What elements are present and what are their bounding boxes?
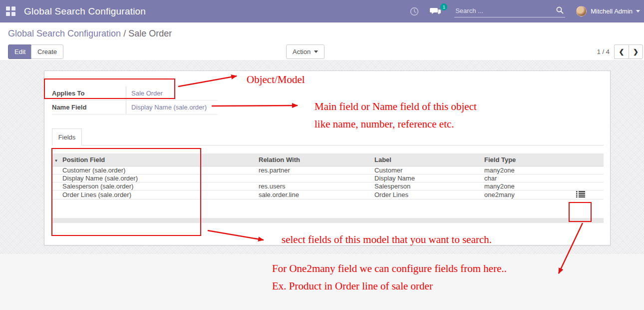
cell-field-type: many2one <box>482 182 572 190</box>
apps-square <box>6 12 10 16</box>
annotation-one2many-line1: For One2many field we can configure fiel… <box>272 262 507 275</box>
cell-position-field: Customer (sale.order) <box>60 166 257 174</box>
row-handle-cell <box>52 174 60 182</box>
row-handle-cell <box>52 190 60 199</box>
row-handle-cell <box>52 182 60 190</box>
row-handle-cell <box>52 166 60 174</box>
messages-icon[interactable]: 1 <box>429 6 441 16</box>
user-menu[interactable]: Mitchell Admin <box>591 8 633 15</box>
annotation-name-field-line2: like name, number, reference etc. <box>315 118 454 130</box>
cell-relation-with: sale.order.line <box>257 190 372 199</box>
column-header-field-type[interactable]: Field Type <box>482 154 572 166</box>
applies-to-label: Applies To <box>52 86 126 100</box>
breadcrumb-separator: / <box>121 28 128 38</box>
cell-label: Display Name <box>372 174 482 182</box>
activity-clock-icon[interactable] <box>409 6 419 16</box>
navbar-right: 1 Mitchell Admin <box>409 0 644 22</box>
app-title[interactable]: Global Search Configuration <box>24 0 146 22</box>
annotation-name-field-line1: Main field or Name field of this object <box>315 100 477 113</box>
cell-actions <box>572 174 604 182</box>
cell-field-type: char <box>482 174 572 182</box>
user-avatar[interactable] <box>576 6 587 16</box>
column-header-position-field[interactable]: Position Field <box>60 154 257 166</box>
pager-previous-button[interactable]: ❮ <box>614 44 629 59</box>
notebook-divider <box>52 145 604 146</box>
form-sheet: Applies To Sale Order Name Field Display… <box>44 70 611 246</box>
name-field-label: Name Field <box>52 100 126 114</box>
column-header-actions <box>572 154 604 166</box>
apps-square <box>6 6 10 10</box>
table-header-row: ▼ Position Field Relation With Label Fie… <box>52 154 604 166</box>
annotation-select-fields: select fields of this model that you wan… <box>282 234 492 246</box>
pager-value: 1 / 4 <box>597 48 610 56</box>
column-header-label[interactable]: Label <box>372 154 482 166</box>
applies-to-value[interactable]: Sale Order <box>126 90 163 97</box>
cell-field-type: one2many <box>482 190 572 199</box>
pager: 1 / 4 ❮ ❯ <box>597 44 643 59</box>
table-row[interactable]: Order Lines (sale.order) sale.order.line… <box>52 190 604 199</box>
cell-actions <box>572 182 604 190</box>
column-header-relation-with[interactable]: Relation With <box>257 154 372 166</box>
breadcrumb: Global Search Configuration / Sale Order <box>8 28 172 39</box>
app-root: Global Search Configuration 1 <box>0 0 644 310</box>
apps-square <box>11 6 15 10</box>
cell-relation-with: res.users <box>257 182 372 190</box>
annotation-one2many-line2: Ex. Product in Order line of sale order <box>272 280 433 292</box>
tab-fields[interactable]: Fields <box>52 128 82 146</box>
pager-next-button[interactable]: ❯ <box>629 44 643 59</box>
cell-relation-with <box>257 174 372 182</box>
edit-button[interactable]: Edit <box>8 44 32 59</box>
table-row[interactable]: Salesperson (sale.order) res.users Sales… <box>52 182 604 190</box>
create-button[interactable]: Create <box>31 44 63 59</box>
apps-menu-icon[interactable] <box>6 6 16 16</box>
cell-label: Customer <box>372 166 482 174</box>
control-panel: Global Search Configuration / Sale Order… <box>0 22 644 60</box>
table-row[interactable]: Customer (sale.order) res.partner Custom… <box>52 166 604 174</box>
pager-buttons: ❮ ❯ <box>614 44 643 59</box>
cell-relation-with: res.partner <box>257 166 372 174</box>
breadcrumb-current: Sale Order <box>128 28 172 38</box>
search-icon[interactable] <box>556 6 564 16</box>
action-label: Action <box>293 48 311 56</box>
sort-caret-icon[interactable]: ▼ <box>52 154 60 166</box>
action-dropdown-button[interactable]: Action <box>286 44 324 59</box>
configure-one2many-list-icon[interactable] <box>576 190 585 198</box>
cell-position-field: Salesperson (sale.order) <box>60 182 257 190</box>
global-search <box>454 5 565 18</box>
cell-position-field: Display Name (sale.order) <box>60 174 257 182</box>
cell-field-type: many2one <box>482 166 572 174</box>
table-row[interactable]: Display Name (sale.order) Display Name c… <box>52 174 604 182</box>
cell-actions <box>572 190 604 199</box>
chevron-down-icon[interactable] <box>636 10 640 12</box>
cell-label: Salesperson <box>372 182 482 190</box>
name-field-value[interactable]: Display Name (sale.order) <box>126 104 207 111</box>
table-footer-strip <box>52 218 604 223</box>
fields-table: ▼ Position Field Relation With Label Fie… <box>52 154 604 200</box>
apps-square <box>11 12 15 16</box>
cell-actions <box>572 166 604 174</box>
annotation-object-model: Object/Model <box>247 74 305 86</box>
form-row-name-field: Name Field Display Name (sale.order) <box>52 100 218 114</box>
messages-badge: 1 <box>440 4 447 10</box>
form-field-group: Applies To Sale Order Name Field Display… <box>52 86 218 114</box>
caret-down-icon <box>314 50 318 53</box>
cell-label: Order Lines <box>372 190 482 199</box>
top-navbar: Global Search Configuration 1 <box>0 0 644 22</box>
form-row-applies-to: Applies To Sale Order <box>52 86 218 100</box>
cell-position-field: Order Lines (sale.order) <box>60 190 257 199</box>
breadcrumb-parent-link[interactable]: Global Search Configuration <box>8 28 121 38</box>
search-input[interactable] <box>454 5 565 18</box>
